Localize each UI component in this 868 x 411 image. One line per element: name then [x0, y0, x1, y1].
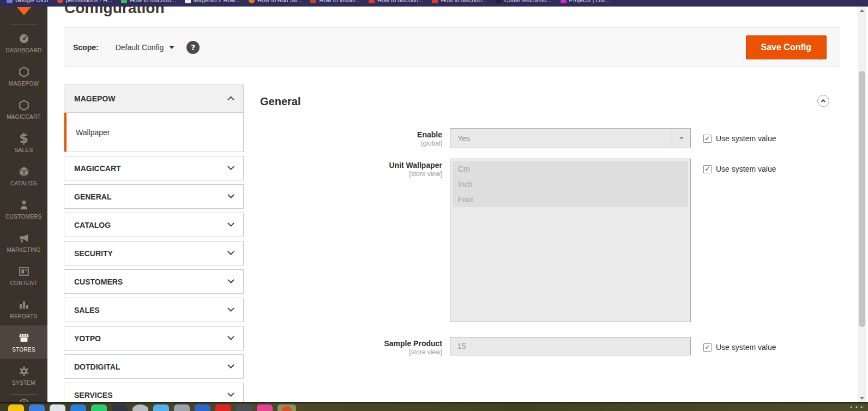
- scope-switcher[interactable]: Default Config: [116, 43, 175, 52]
- select-caret-box: [672, 129, 690, 148]
- nav-header-security[interactable]: SECURITY: [64, 241, 243, 265]
- nav-section-dotdigital: DOTDIGITAL: [64, 354, 244, 379]
- dock-icon[interactable]: [236, 404, 252, 411]
- dock-icon-active[interactable]: [278, 404, 296, 411]
- dock-icon[interactable]: [215, 404, 231, 411]
- bookmark-item[interactable]: Google Dịch: [7, 0, 49, 3]
- sidebar-item-catalog[interactable]: CATALOG: [0, 159, 47, 192]
- scope-value: Default Config: [116, 43, 164, 52]
- bookmark-item[interactable]: How to discoun...: [369, 0, 423, 3]
- nav-header-dotdigital[interactable]: DOTDIGITAL: [64, 355, 243, 378]
- browser-bookmarks-bar: Google Dịch permissions - H... How to di…: [0, 0, 868, 7]
- nav-header-services[interactable]: SERVICES: [64, 383, 243, 402]
- nav-header-customers[interactable]: CUSTOMERS: [64, 270, 243, 293]
- nav-header-sales[interactable]: SALES: [64, 298, 243, 322]
- bookmark-item[interactable]: Code/Test/Simu...: [496, 0, 552, 3]
- enable-select[interactable]: Yes: [450, 128, 691, 148]
- dock-icon[interactable]: [153, 404, 169, 411]
- scroll-up-icon[interactable]: [860, 9, 864, 12]
- dock-icon[interactable]: [195, 404, 210, 411]
- use-system-value-toggle[interactable]: ✓ Use system value: [703, 343, 776, 352]
- scroll-down-icon[interactable]: [860, 397, 864, 400]
- save-config-button[interactable]: Save Config: [746, 35, 827, 59]
- nav-section-catalog: CATALOG: [64, 213, 244, 237]
- scrollbar-thumb[interactable]: [859, 71, 865, 327]
- dock-icon[interactable]: [91, 404, 107, 411]
- field-label: Enable: [47, 130, 442, 139]
- sidebar-item-system[interactable]: SYSTEM: [0, 359, 47, 392]
- nav-header-general[interactable]: GENERAL: [64, 185, 243, 208]
- translate-favicon-icon: [7, 0, 13, 3]
- divider: [11, 25, 37, 25]
- use-system-value-toggle[interactable]: ✓ Use system value: [703, 134, 776, 143]
- nav-section-customers: CUSTOMERS: [64, 269, 244, 294]
- collapse-section-button[interactable]: [817, 95, 829, 107]
- sidebar-item-marketing[interactable]: MARKETING: [0, 226, 47, 259]
- bookmark-item[interactable]: How to Add Sti...: [249, 0, 302, 3]
- scrollbar[interactable]: [858, 7, 866, 402]
- package-icon: [18, 166, 30, 178]
- field-scope-note: [store view]: [47, 170, 442, 178]
- sidebar-item-magiccart[interactable]: MAGICCART: [0, 93, 47, 126]
- sidebar-item-content[interactable]: CONTENT: [0, 259, 47, 292]
- bookmark-item[interactable]: How to discoun...: [121, 0, 176, 3]
- favicon-icon: [560, 0, 566, 3]
- dock-overflow-dots: • • •: [851, 404, 864, 410]
- multiselect-option[interactable]: Cm: [453, 161, 688, 177]
- multiselect-option[interactable]: Foot: [453, 192, 688, 207]
- nav-section-security: SECURITY: [64, 241, 244, 265]
- sidebar-item-reports[interactable]: REPORTS: [0, 292, 47, 325]
- hexagon-icon: [18, 99, 30, 111]
- favicon-icon: [185, 0, 191, 3]
- chevron-down-icon: [227, 361, 234, 368]
- sidebar-item-dashboard[interactable]: DASHBOARD: [0, 26, 47, 59]
- hexagon-icon: [18, 66, 30, 78]
- scope-label: Scope:: [73, 43, 99, 52]
- favicon-icon: [121, 0, 127, 3]
- chevron-down-icon: [227, 220, 234, 227]
- help-icon[interactable]: ?: [186, 41, 200, 54]
- dock-icon[interactable]: [174, 404, 190, 411]
- dock-icon[interactable]: [50, 404, 65, 411]
- use-system-value-toggle[interactable]: ✓ Use system value: [703, 165, 776, 173]
- bar-chart-icon: [18, 299, 30, 311]
- field-label: Sample Product: [47, 339, 442, 348]
- bookmark-item[interactable]: How to discoun...: [432, 0, 486, 3]
- nav-header-magepow[interactable]: MAGEPOW: [64, 85, 243, 113]
- multiselect-option[interactable]: Inch: [453, 177, 688, 192]
- sidebar-item-magepow[interactable]: MAGEPOW: [0, 59, 47, 93]
- checkbox[interactable]: ✓: [703, 165, 712, 173]
- sidebar-item-sales[interactable]: $ SALES: [0, 126, 47, 159]
- magento-logo-icon[interactable]: [17, 7, 31, 15]
- bookmark-item[interactable]: How to install...: [310, 0, 360, 3]
- chevron-down-icon: [227, 248, 234, 255]
- chevron-down-icon: [227, 305, 234, 312]
- megaphone-icon: [18, 232, 30, 244]
- field-label: Unit Wallpaper: [47, 161, 442, 170]
- nav-header-catalog[interactable]: CATALOG: [64, 213, 243, 237]
- checkbox[interactable]: ✓: [703, 135, 712, 143]
- dashboard-icon: [18, 33, 30, 45]
- dock-icon[interactable]: [8, 404, 24, 411]
- storefront-icon: [18, 332, 30, 344]
- sidebar-item-customers[interactable]: CUSTOMERS: [0, 192, 47, 226]
- bookmark-item[interactable]: Projects | List...: [560, 0, 610, 3]
- sidebar-item-stores[interactable]: STORES: [0, 325, 47, 359]
- divider: [11, 394, 37, 395]
- dock-icon[interactable]: [132, 404, 148, 411]
- sample-product-input[interactable]: 15: [450, 337, 691, 355]
- field-scope-note: [store view]: [47, 348, 442, 356]
- dock-icon[interactable]: [29, 404, 45, 411]
- nav-section-general: GENERAL: [64, 184, 244, 209]
- dock-icon[interactable]: [70, 404, 86, 411]
- dock-icon[interactable]: [257, 404, 273, 411]
- gear-icon: [18, 365, 30, 377]
- favicon-icon: [310, 0, 316, 3]
- unit-wallpaper-multiselect[interactable]: Cm Inch Foot: [450, 159, 691, 322]
- chevron-down-icon: [169, 46, 174, 49]
- dock-icon[interactable]: [112, 404, 128, 411]
- section-title: General: [260, 95, 300, 108]
- bookmark-item[interactable]: Magento 2 How...: [185, 0, 240, 3]
- bookmark-item[interactable]: permissions - H...: [57, 0, 113, 3]
- checkbox[interactable]: ✓: [703, 343, 712, 352]
